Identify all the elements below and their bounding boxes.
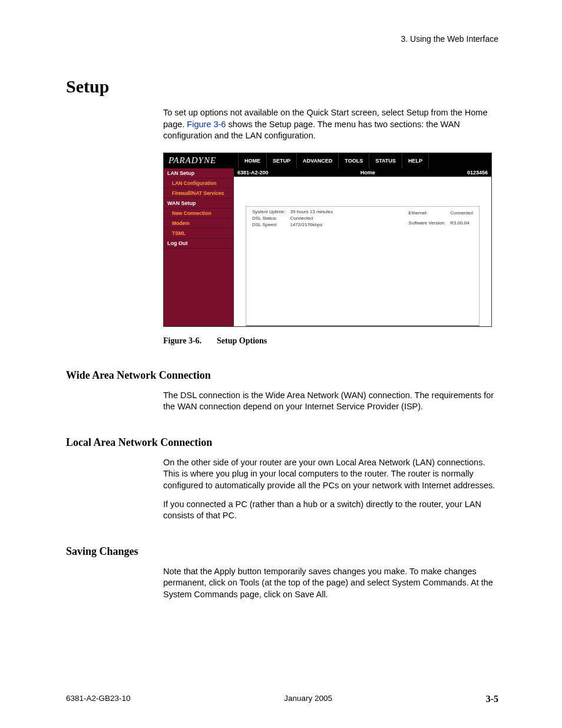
ethernet-label: Ethernet:	[406, 209, 448, 219]
router-sidebar: LAN Setup LAN Configuration Firewall/NAT…	[164, 168, 234, 326]
tab-home[interactable]: HOME	[239, 153, 267, 168]
tab-help[interactable]: HELP	[402, 153, 429, 168]
sidebar-item-log-out[interactable]: Log Out	[164, 239, 233, 249]
lan-p1: On the other side of your router are you…	[163, 457, 498, 492]
sidebar-item-modem[interactable]: Modem	[164, 219, 233, 229]
uptime-label: System Uptime:	[250, 209, 287, 216]
tab-tools[interactable]: TOOLS	[339, 153, 369, 168]
table-row: DSL Status:Connected	[250, 216, 335, 222]
heading-save: Saving Changes	[66, 545, 498, 558]
caption-label: Figure 3-6.	[163, 336, 201, 345]
dsl-status-label: DSL Status:	[250, 216, 287, 222]
page-footer: 6381-A2-GB23-10 January 2005 3-5	[66, 694, 498, 704]
serial-id: 0123456	[467, 170, 488, 176]
dsl-status-value: Connected	[287, 216, 335, 222]
sidebar-item-tsml[interactable]: TSML	[164, 229, 233, 239]
page-title: Setup	[66, 77, 498, 97]
dsl-speed-value: 1472/2176kbps	[287, 222, 335, 229]
save-p1: Note that the Apply button temporarily s…	[163, 566, 498, 601]
sidebar-item-lan-setup[interactable]: LAN Setup	[164, 168, 233, 178]
uptime-value: 39 hours 13 minutes	[287, 209, 335, 216]
sidebar-item-firewall[interactable]: Firewall/NAT Services	[164, 188, 233, 198]
wan-p1: The DSL connection is the Wide Area Netw…	[163, 390, 498, 413]
swver-label: Software Version:	[406, 219, 448, 229]
brand-logo: PARADYNE	[164, 153, 239, 168]
status-left-table: System Uptime:39 hours 13 minutes DSL St…	[250, 209, 335, 229]
footer-right: 3-5	[486, 694, 498, 704]
figure-xref[interactable]: Figure 3-6	[187, 120, 226, 129]
intro-paragraph: To set up options not available on the Q…	[163, 107, 498, 142]
footer-left: 6381-A2-GB23-10	[66, 694, 131, 704]
router-topbar: PARADYNE HOME SETUP ADVANCED TOOLS STATU…	[164, 153, 491, 168]
content-title: Home	[269, 170, 467, 176]
footer-center: January 2005	[284, 694, 332, 704]
tab-setup[interactable]: SETUP	[267, 153, 297, 168]
sidebar-item-new-connection[interactable]: New Connection	[164, 209, 233, 219]
tab-status[interactable]: STATUS	[369, 153, 402, 168]
ethernet-value: Connected	[448, 209, 475, 219]
running-header: 3. Using the Web Interface	[66, 34, 498, 44]
lan-p2: If you connected a PC (rather than a hub…	[163, 499, 498, 522]
swver-value: R3.00.04	[448, 219, 475, 229]
sidebar-item-lan-config[interactable]: LAN Configuration	[164, 178, 233, 188]
table-row: Ethernet:Connected	[406, 209, 475, 219]
table-row: DSL Speed:1472/2176kbps	[250, 222, 335, 229]
heading-lan: Local Area Network Connection	[66, 436, 498, 449]
router-ui-screenshot: PARADYNE HOME SETUP ADVANCED TOOLS STATU…	[163, 153, 492, 327]
dsl-speed-label: DSL Speed:	[250, 222, 287, 229]
router-content: 6381-A2-200 Home 0123456 System Uptime:3…	[234, 168, 491, 326]
tab-advanced[interactable]: ADVANCED	[297, 153, 339, 168]
table-row: Software Version:R3.00.04	[406, 219, 475, 229]
figure-caption: Figure 3-6.Setup Options	[163, 336, 498, 346]
caption-title: Setup Options	[217, 336, 267, 345]
status-right-table: Ethernet:Connected Software Version:R3.0…	[406, 209, 475, 229]
model-id: 6381-A2-200	[237, 170, 269, 176]
content-header: 6381-A2-200 Home 0123456	[234, 168, 491, 177]
table-row: System Uptime:39 hours 13 minutes	[250, 209, 335, 216]
sidebar-item-wan-setup[interactable]: WAN Setup	[164, 198, 233, 209]
heading-wan: Wide Area Network Connection	[66, 369, 498, 382]
